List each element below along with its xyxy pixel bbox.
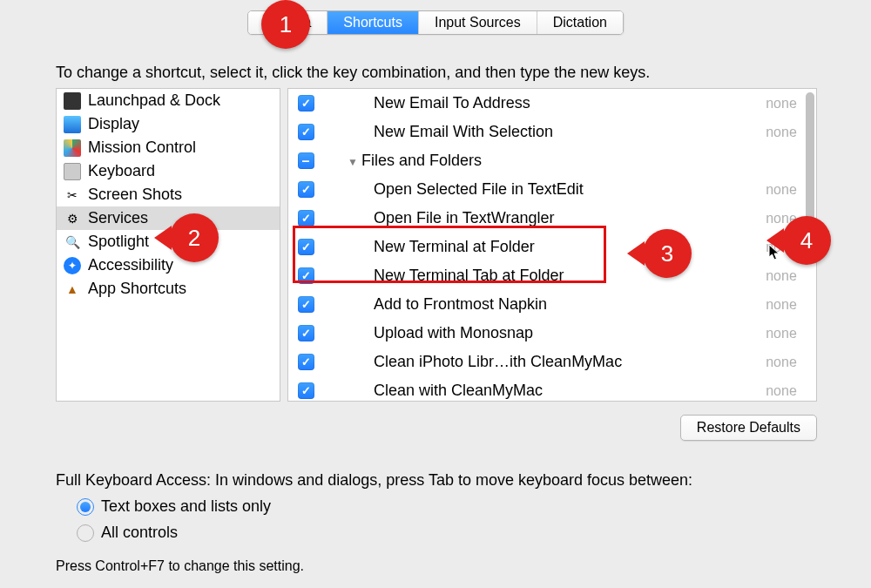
svc-label: Upload with Monosnap (323, 324, 746, 342)
screenshot-icon: ✂︎ (64, 186, 81, 204)
spotlight-icon: 🔍 (64, 233, 81, 251)
restore-defaults-button[interactable]: Restore Defaults (680, 415, 817, 441)
category-screen-shots[interactable]: ✂︎ Screen Shots (57, 183, 280, 206)
svc-row[interactable]: Clean iPhoto Libr…ith CleanMyMac none (288, 348, 816, 376)
category-app-shortcuts[interactable]: ▲ App Shortcuts (57, 277, 280, 301)
svc-key[interactable]: none (746, 383, 816, 399)
svc-label: Open File in TextWrangler (323, 209, 746, 227)
svc-label: Clean iPhoto Libr…ith CleanMyMac (323, 353, 746, 371)
keyboard-icon (64, 163, 81, 180)
checkbox[interactable] (298, 181, 314, 198)
svc-row[interactable]: Add to Frontmost Napkin none (288, 290, 816, 319)
gear-icon: ⚙︎ (64, 210, 81, 227)
svc-row[interactable]: New Terminal at Folder none (288, 233, 816, 261)
radio-label: Text boxes and lists only (101, 497, 271, 516)
category-label: Keyboard (88, 162, 155, 180)
services-list: New Email To Address none New Email With… (287, 88, 817, 402)
checkbox[interactable] (298, 354, 314, 370)
svc-label: New Email To Address (323, 94, 746, 112)
svc-row[interactable]: New Email With Selection none (288, 118, 816, 146)
checkbox[interactable] (298, 210, 314, 226)
svc-label: New Email With Selection (323, 123, 746, 141)
svc-group-row[interactable]: ▼Files and Folders (288, 146, 816, 175)
app-shortcuts-icon: ▲ (64, 280, 81, 298)
checkbox[interactable] (298, 382, 314, 399)
category-label: Services (88, 209, 148, 227)
checkbox[interactable] (298, 124, 314, 140)
svc-key[interactable]: none (746, 326, 816, 341)
launchpad-icon (64, 92, 81, 110)
checkbox-mixed[interactable] (298, 152, 314, 169)
annotation-callout-2: 2 (170, 213, 219, 262)
svc-row[interactable]: Open File in TextWrangler none (288, 204, 816, 233)
category-label: Screen Shots (88, 186, 182, 204)
category-label: Display (88, 115, 139, 133)
category-label: App Shortcuts (88, 280, 186, 298)
annotation-callout-1: 1 (261, 0, 310, 49)
radio-text-boxes-only[interactable]: Text boxes and lists only (77, 497, 271, 516)
display-icon (64, 116, 81, 133)
cursor-icon (768, 244, 780, 261)
svc-row[interactable]: Open Selected File in TextEdit none (288, 175, 816, 204)
svc-row[interactable]: Upload with Monosnap none (288, 319, 816, 348)
svc-key[interactable]: none (746, 268, 816, 284)
category-label: Accessibility (88, 256, 173, 274)
category-mission-control[interactable]: Mission Control (57, 136, 280, 159)
svc-label: Clean with CleanMyMac (323, 382, 746, 400)
svc-key[interactable]: none (746, 297, 816, 313)
checkbox[interactable] (298, 296, 314, 313)
category-label: Launchpad & Dock (88, 91, 220, 110)
annotation-callout-4: 4 (782, 216, 831, 265)
checkbox[interactable] (298, 325, 314, 341)
tab-dictation[interactable]: Dictation (537, 11, 623, 34)
disclosure-triangle-icon[interactable]: ▼ (348, 156, 358, 168)
category-accessibility[interactable]: ✦ Accessibility (57, 253, 280, 277)
keyboard-access-text: Full Keyboard Access: In windows and dia… (56, 471, 692, 490)
svc-label: Open Selected File in TextEdit (323, 180, 746, 199)
checkbox[interactable] (298, 267, 314, 284)
hint-text: Press Control+F7 to change this setting. (56, 558, 304, 574)
svc-row[interactable]: Clean with CleanMyMac none (288, 376, 816, 402)
category-launchpad[interactable]: Launchpad & Dock (57, 89, 280, 112)
category-display[interactable]: Display (57, 112, 280, 136)
radio-button[interactable] (77, 524, 94, 542)
radio-button[interactable] (77, 498, 94, 516)
checkbox[interactable] (298, 95, 314, 112)
category-keyboard[interactable]: Keyboard (57, 159, 280, 183)
instruction-text: To change a shortcut, select it, click t… (56, 64, 650, 82)
svc-group-label: ▼Files and Folders (323, 152, 746, 170)
svc-key[interactable]: none (746, 355, 816, 370)
category-label: Spotlight (88, 233, 149, 251)
accessibility-icon: ✦ (64, 257, 81, 274)
tab-input-sources[interactable]: Input Sources (419, 11, 537, 34)
tab-shortcuts[interactable]: Shortcuts (327, 11, 419, 34)
radio-label: All controls (101, 524, 178, 542)
category-label: Mission Control (88, 139, 196, 157)
svc-row[interactable]: New Email To Address none (288, 89, 816, 118)
annotation-callout-3: 3 (643, 229, 692, 278)
radio-all-controls[interactable]: All controls (77, 524, 178, 542)
svc-row[interactable]: New Terminal Tab at Folder none (288, 261, 816, 290)
svc-label: Add to Frontmost Napkin (323, 295, 746, 314)
mission-control-icon (64, 139, 81, 157)
checkbox[interactable] (298, 239, 314, 255)
